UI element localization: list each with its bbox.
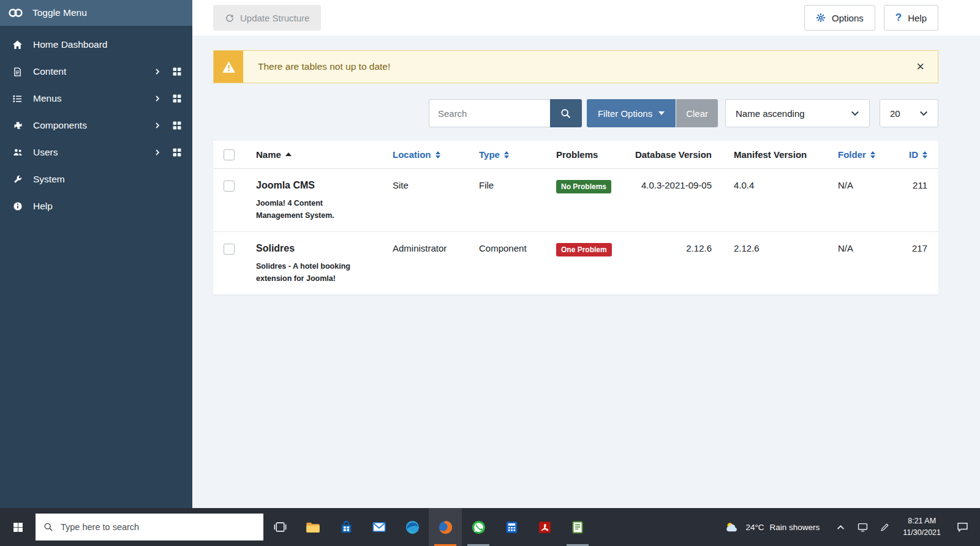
id-cell: 217 bbox=[886, 243, 938, 253]
header-location[interactable]: Location bbox=[381, 149, 467, 160]
content-file-icon bbox=[11, 67, 24, 77]
notepad-button[interactable] bbox=[561, 508, 594, 546]
windows-taskbar: 24°C Rain showers 8:21 AM 11/30/2021 bbox=[0, 508, 980, 546]
filter-button-group: Filter Options Clear bbox=[587, 99, 718, 127]
clear-button[interactable]: Clear bbox=[676, 99, 718, 127]
options-button[interactable]: Options bbox=[804, 5, 875, 31]
dashboard-grid-icon[interactable] bbox=[173, 121, 181, 130]
toggle-menu-button[interactable]: Toggle Menu bbox=[0, 0, 192, 26]
update-structure-button[interactable]: Update Structure bbox=[213, 5, 321, 31]
id-cell: 211 bbox=[886, 180, 938, 190]
connect-display-button[interactable] bbox=[851, 508, 873, 546]
calculator-button[interactable] bbox=[495, 508, 528, 546]
list-limit-select[interactable]: 20 bbox=[880, 99, 938, 127]
sidebar-item-content[interactable]: Content bbox=[0, 58, 192, 85]
chevron-right-icon[interactable] bbox=[154, 149, 161, 156]
users-icon bbox=[11, 148, 24, 157]
windows-start-button[interactable] bbox=[0, 508, 36, 546]
system-tray: 24°C Rain showers 8:21 AM 11/30/2021 bbox=[715, 508, 980, 546]
search-button[interactable] bbox=[550, 99, 582, 127]
taskbar-weather-widget[interactable]: 24°C Rain showers bbox=[715, 508, 829, 546]
dashboard-grid-icon[interactable] bbox=[173, 94, 181, 103]
header-folder-label: Folder bbox=[838, 149, 866, 160]
show-hidden-icons-button[interactable] bbox=[829, 508, 851, 546]
toolbar: Update Structure Options ? Help bbox=[192, 0, 980, 36]
type-cell: Component bbox=[467, 243, 545, 253]
microsoft-store-icon bbox=[339, 520, 353, 534]
refresh-icon bbox=[225, 13, 234, 23]
sort-both-icon bbox=[922, 151, 927, 159]
chevron-down-icon bbox=[851, 111, 859, 116]
windows-ink-button[interactable] bbox=[873, 508, 895, 546]
header-database-version: Database Version bbox=[619, 149, 717, 160]
alert-close-icon[interactable]: × bbox=[916, 51, 938, 83]
help-label: Help bbox=[908, 13, 927, 23]
weather-icon bbox=[725, 522, 740, 533]
header-id[interactable]: ID bbox=[886, 149, 938, 160]
sort-select[interactable]: Name ascending bbox=[725, 99, 870, 127]
name-cell: Joomla CMS Joomla! 4 Content Management … bbox=[245, 180, 381, 222]
edge-button[interactable] bbox=[396, 508, 429, 546]
weather-temperature: 24°C bbox=[745, 523, 764, 532]
sidebar-item-home-dashboard[interactable]: Home Dashboard bbox=[0, 31, 192, 58]
taskbar-search-input[interactable] bbox=[59, 522, 255, 533]
taskbar-clock[interactable]: 8:21 AM 11/30/2021 bbox=[895, 515, 948, 539]
search-input[interactable] bbox=[429, 99, 550, 127]
header-type[interactable]: Type bbox=[467, 149, 545, 160]
select-all-checkbox[interactable] bbox=[224, 149, 235, 160]
update-structure-label: Update Structure bbox=[240, 13, 309, 23]
sidebar-item-components[interactable]: Components bbox=[0, 112, 192, 139]
task-view-button[interactable] bbox=[263, 508, 296, 546]
file-explorer-button[interactable] bbox=[296, 508, 330, 546]
monitor-icon bbox=[858, 523, 868, 532]
dashboard-grid-icon[interactable] bbox=[173, 67, 181, 76]
microsoft-store-button[interactable] bbox=[330, 508, 363, 546]
sidebar-item-users[interactable]: Users bbox=[0, 139, 192, 166]
row-checkbox[interactable] bbox=[224, 244, 235, 255]
header-folder[interactable]: Folder bbox=[824, 149, 886, 160]
extension-name: Solidres bbox=[256, 243, 381, 254]
sidebar: Toggle Menu Home Dashboard Content Menus bbox=[0, 0, 192, 508]
extension-description: Solidres - A hotel booking extension for… bbox=[256, 260, 360, 285]
mail-button[interactable] bbox=[363, 508, 396, 546]
filter-bar: Filter Options Clear Name ascending 20 bbox=[213, 99, 938, 127]
taskbar-search-box[interactable] bbox=[36, 514, 263, 540]
dashboard-grid-icon[interactable] bbox=[173, 148, 181, 157]
sort-both-icon bbox=[435, 151, 440, 159]
sidebar-item-label: System bbox=[33, 174, 65, 185]
name-cell: Solidres Solidres - A hotel booking exte… bbox=[245, 243, 381, 285]
header-manifest-version: Manifest Version bbox=[717, 149, 824, 160]
header-location-label: Location bbox=[393, 149, 431, 160]
row-checkbox[interactable] bbox=[224, 181, 235, 192]
sort-select-value: Name ascending bbox=[736, 108, 805, 119]
toolbar-right: Options ? Help bbox=[804, 5, 938, 31]
location-cell: Site bbox=[381, 180, 467, 190]
question-mark-icon: ? bbox=[895, 12, 902, 24]
manifest-version-cell: 4.0.4 bbox=[717, 180, 824, 190]
firefox-button[interactable] bbox=[429, 508, 462, 546]
caret-down-icon bbox=[658, 111, 665, 115]
folder-cell: N/A bbox=[824, 180, 886, 190]
type-cell: File bbox=[467, 180, 545, 190]
gear-icon bbox=[816, 13, 826, 23]
sidebar-item-system[interactable]: System bbox=[0, 166, 192, 193]
adobe-reader-button[interactable] bbox=[528, 508, 561, 546]
content-area: There are tables not up to date! × Filte… bbox=[192, 36, 980, 294]
filter-options-button[interactable]: Filter Options bbox=[587, 99, 676, 127]
chevron-right-icon[interactable] bbox=[154, 68, 161, 75]
sidebar-item-help[interactable]: Help bbox=[0, 193, 192, 220]
warning-triangle-icon bbox=[214, 51, 243, 83]
row-checkbox-cell bbox=[213, 243, 245, 255]
sidebar-item-menus[interactable]: Menus bbox=[0, 85, 192, 112]
header-name-label: Name bbox=[256, 149, 281, 160]
chevron-down-icon bbox=[919, 111, 928, 116]
windows-logo-icon bbox=[13, 522, 23, 533]
whatsapp-button[interactable] bbox=[462, 508, 495, 546]
weather-condition: Rain showers bbox=[770, 523, 820, 532]
action-center-button[interactable] bbox=[948, 508, 976, 546]
chevron-right-icon[interactable] bbox=[154, 95, 161, 102]
help-button[interactable]: ? Help bbox=[884, 5, 938, 31]
chevron-right-icon[interactable] bbox=[154, 122, 161, 129]
header-name[interactable]: Name bbox=[245, 149, 381, 160]
chevron-up-icon bbox=[837, 525, 845, 530]
